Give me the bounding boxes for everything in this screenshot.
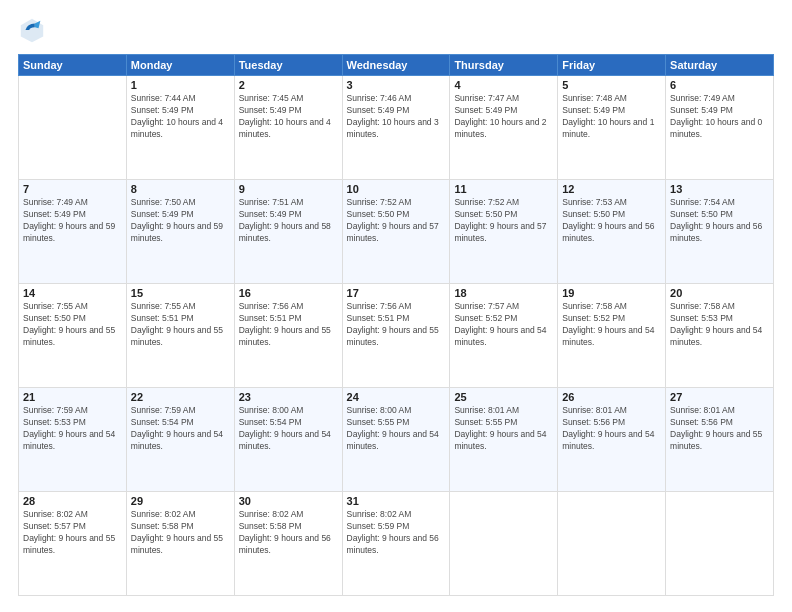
calendar-weekday-monday: Monday [126,55,234,76]
day-detail: Sunrise: 7:48 AMSunset: 5:49 PMDaylight:… [562,93,661,141]
day-number: 19 [562,287,661,299]
day-number: 26 [562,391,661,403]
calendar-cell: 7Sunrise: 7:49 AMSunset: 5:49 PMDaylight… [19,180,127,284]
day-detail: Sunrise: 7:56 AMSunset: 5:51 PMDaylight:… [239,301,338,349]
day-number: 6 [670,79,769,91]
day-detail: Sunrise: 7:47 AMSunset: 5:49 PMDaylight:… [454,93,553,141]
day-number: 21 [23,391,122,403]
calendar-cell: 5Sunrise: 7:48 AMSunset: 5:49 PMDaylight… [558,76,666,180]
calendar-cell [450,492,558,596]
calendar-weekday-tuesday: Tuesday [234,55,342,76]
calendar-cell: 9Sunrise: 7:51 AMSunset: 5:49 PMDaylight… [234,180,342,284]
calendar-week-0: 1Sunrise: 7:44 AMSunset: 5:49 PMDaylight… [19,76,774,180]
day-number: 12 [562,183,661,195]
calendar-cell: 8Sunrise: 7:50 AMSunset: 5:49 PMDaylight… [126,180,234,284]
calendar-cell: 23Sunrise: 8:00 AMSunset: 5:54 PMDayligh… [234,388,342,492]
calendar-cell: 12Sunrise: 7:53 AMSunset: 5:50 PMDayligh… [558,180,666,284]
day-number: 27 [670,391,769,403]
logo-icon [18,16,46,44]
day-detail: Sunrise: 7:51 AMSunset: 5:49 PMDaylight:… [239,197,338,245]
day-number: 25 [454,391,553,403]
day-detail: Sunrise: 7:57 AMSunset: 5:52 PMDaylight:… [454,301,553,349]
calendar-week-2: 14Sunrise: 7:55 AMSunset: 5:50 PMDayligh… [19,284,774,388]
day-number: 10 [347,183,446,195]
day-number: 3 [347,79,446,91]
day-number: 4 [454,79,553,91]
calendar-cell: 22Sunrise: 7:59 AMSunset: 5:54 PMDayligh… [126,388,234,492]
calendar-weekday-wednesday: Wednesday [342,55,450,76]
day-number: 30 [239,495,338,507]
day-number: 17 [347,287,446,299]
day-detail: Sunrise: 7:55 AMSunset: 5:51 PMDaylight:… [131,301,230,349]
calendar-cell: 4Sunrise: 7:47 AMSunset: 5:49 PMDaylight… [450,76,558,180]
page: SundayMondayTuesdayWednesdayThursdayFrid… [0,0,792,612]
day-number: 5 [562,79,661,91]
day-number: 31 [347,495,446,507]
day-detail: Sunrise: 8:02 AMSunset: 5:57 PMDaylight:… [23,509,122,557]
calendar-week-4: 28Sunrise: 8:02 AMSunset: 5:57 PMDayligh… [19,492,774,596]
calendar-week-3: 21Sunrise: 7:59 AMSunset: 5:53 PMDayligh… [19,388,774,492]
day-detail: Sunrise: 7:49 AMSunset: 5:49 PMDaylight:… [670,93,769,141]
day-detail: Sunrise: 8:00 AMSunset: 5:55 PMDaylight:… [347,405,446,453]
calendar-cell: 15Sunrise: 7:55 AMSunset: 5:51 PMDayligh… [126,284,234,388]
day-detail: Sunrise: 8:02 AMSunset: 5:58 PMDaylight:… [131,509,230,557]
day-number: 11 [454,183,553,195]
day-number: 15 [131,287,230,299]
day-detail: Sunrise: 7:55 AMSunset: 5:50 PMDaylight:… [23,301,122,349]
calendar-weekday-friday: Friday [558,55,666,76]
day-number: 2 [239,79,338,91]
calendar-cell: 10Sunrise: 7:52 AMSunset: 5:50 PMDayligh… [342,180,450,284]
calendar-cell: 20Sunrise: 7:58 AMSunset: 5:53 PMDayligh… [666,284,774,388]
day-detail: Sunrise: 7:58 AMSunset: 5:52 PMDaylight:… [562,301,661,349]
day-detail: Sunrise: 7:52 AMSunset: 5:50 PMDaylight:… [454,197,553,245]
day-detail: Sunrise: 7:53 AMSunset: 5:50 PMDaylight:… [562,197,661,245]
calendar-cell: 13Sunrise: 7:54 AMSunset: 5:50 PMDayligh… [666,180,774,284]
day-number: 7 [23,183,122,195]
calendar-cell: 17Sunrise: 7:56 AMSunset: 5:51 PMDayligh… [342,284,450,388]
day-detail: Sunrise: 8:02 AMSunset: 5:59 PMDaylight:… [347,509,446,557]
day-number: 1 [131,79,230,91]
calendar-weekday-thursday: Thursday [450,55,558,76]
day-number: 13 [670,183,769,195]
day-detail: Sunrise: 7:45 AMSunset: 5:49 PMDaylight:… [239,93,338,141]
logo [18,16,50,44]
calendar-cell [666,492,774,596]
header [18,16,774,44]
day-number: 20 [670,287,769,299]
day-detail: Sunrise: 7:54 AMSunset: 5:50 PMDaylight:… [670,197,769,245]
day-number: 9 [239,183,338,195]
day-detail: Sunrise: 7:52 AMSunset: 5:50 PMDaylight:… [347,197,446,245]
day-detail: Sunrise: 7:46 AMSunset: 5:49 PMDaylight:… [347,93,446,141]
calendar-header-row: SundayMondayTuesdayWednesdayThursdayFrid… [19,55,774,76]
day-detail: Sunrise: 7:49 AMSunset: 5:49 PMDaylight:… [23,197,122,245]
day-number: 16 [239,287,338,299]
day-number: 29 [131,495,230,507]
calendar-cell: 31Sunrise: 8:02 AMSunset: 5:59 PMDayligh… [342,492,450,596]
day-detail: Sunrise: 8:01 AMSunset: 5:56 PMDaylight:… [562,405,661,453]
day-detail: Sunrise: 8:01 AMSunset: 5:55 PMDaylight:… [454,405,553,453]
calendar-cell: 24Sunrise: 8:00 AMSunset: 5:55 PMDayligh… [342,388,450,492]
calendar-cell: 6Sunrise: 7:49 AMSunset: 5:49 PMDaylight… [666,76,774,180]
calendar-cell: 21Sunrise: 7:59 AMSunset: 5:53 PMDayligh… [19,388,127,492]
day-detail: Sunrise: 8:00 AMSunset: 5:54 PMDaylight:… [239,405,338,453]
day-number: 14 [23,287,122,299]
calendar-cell: 1Sunrise: 7:44 AMSunset: 5:49 PMDaylight… [126,76,234,180]
calendar-cell: 30Sunrise: 8:02 AMSunset: 5:58 PMDayligh… [234,492,342,596]
calendar-weekday-sunday: Sunday [19,55,127,76]
calendar-cell: 16Sunrise: 7:56 AMSunset: 5:51 PMDayligh… [234,284,342,388]
calendar-cell: 3Sunrise: 7:46 AMSunset: 5:49 PMDaylight… [342,76,450,180]
calendar-cell: 28Sunrise: 8:02 AMSunset: 5:57 PMDayligh… [19,492,127,596]
calendar-weekday-saturday: Saturday [666,55,774,76]
day-detail: Sunrise: 7:50 AMSunset: 5:49 PMDaylight:… [131,197,230,245]
day-detail: Sunrise: 7:58 AMSunset: 5:53 PMDaylight:… [670,301,769,349]
calendar-cell: 27Sunrise: 8:01 AMSunset: 5:56 PMDayligh… [666,388,774,492]
calendar-cell: 11Sunrise: 7:52 AMSunset: 5:50 PMDayligh… [450,180,558,284]
calendar-cell: 29Sunrise: 8:02 AMSunset: 5:58 PMDayligh… [126,492,234,596]
day-number: 22 [131,391,230,403]
day-number: 23 [239,391,338,403]
day-number: 24 [347,391,446,403]
calendar-cell: 14Sunrise: 7:55 AMSunset: 5:50 PMDayligh… [19,284,127,388]
day-number: 18 [454,287,553,299]
calendar-cell: 25Sunrise: 8:01 AMSunset: 5:55 PMDayligh… [450,388,558,492]
day-detail: Sunrise: 8:01 AMSunset: 5:56 PMDaylight:… [670,405,769,453]
